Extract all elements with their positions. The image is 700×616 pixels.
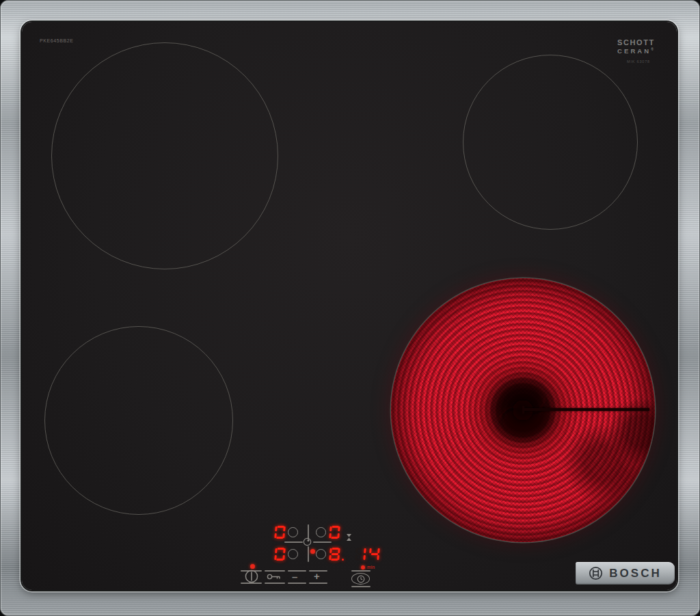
button-rail-bottom <box>288 582 306 584</box>
zone-select-back-left[interactable] <box>288 527 298 537</box>
display-front-left-level <box>275 548 285 561</box>
zone-select-back-right[interactable] <box>316 527 326 537</box>
timer-unit-label: min <box>367 565 375 570</box>
timer-rail-top <box>351 570 371 572</box>
power-icon[interactable] <box>244 569 259 584</box>
brand-label: BOSCH <box>609 567 661 580</box>
power-indicator-dot <box>250 564 255 569</box>
bosch-badge: BOSCH <box>576 562 675 585</box>
ceramic-glass-surface: PKE645BB2E SCHOTT CERAN® MIK 63078 <box>22 22 677 590</box>
timer-indicator-dot <box>361 565 365 570</box>
selected-zone-indicator-dot <box>310 549 315 554</box>
hourglass-icon <box>346 533 352 541</box>
bosch-armature-icon <box>589 566 603 580</box>
zone-timer-clock-icon <box>303 537 312 546</box>
display-cross-line-right <box>313 541 332 543</box>
button-rail-bottom <box>265 582 285 584</box>
cooktop-product-photo: PKE645BB2E SCHOTT CERAN® MIK 63078 <box>0 0 700 616</box>
heater-limiter-bar <box>524 408 649 411</box>
display-divider <box>308 546 309 562</box>
display-cross-line-left <box>284 541 303 543</box>
zone-select-front-right[interactable] <box>316 549 326 559</box>
timer-rail-bottom <box>351 586 371 587</box>
childlock-key-icon[interactable] <box>267 573 282 580</box>
button-rail-bottom <box>309 582 327 584</box>
display-back-right-level <box>329 526 340 539</box>
plus-button[interactable]: + <box>314 571 320 581</box>
display-front-right-level <box>329 548 340 561</box>
button-rail-top <box>265 570 285 572</box>
timer-display <box>355 548 379 561</box>
minus-button[interactable]: – <box>292 572 297 582</box>
display-back-left-level <box>275 526 285 539</box>
zone-select-front-left[interactable] <box>288 549 298 559</box>
timer-clock-icon <box>357 575 365 583</box>
touch-control-panel: min – + <box>22 22 677 590</box>
decimal-dot <box>342 559 344 561</box>
timer-button[interactable] <box>351 573 370 585</box>
